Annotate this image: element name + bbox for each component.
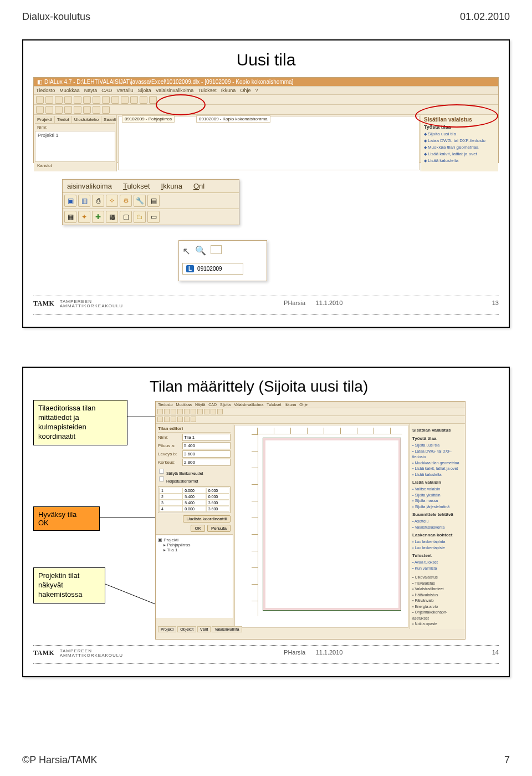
guide-link[interactable]: Päivänvalo	[412, 598, 463, 604]
guide-link[interactable]: Sijoita uusi tila	[424, 131, 495, 138]
guide-link[interactable]: Kun valmista	[412, 566, 463, 572]
toolbar-button[interactable]	[111, 96, 119, 104]
guide-link[interactable]: Sijoita massa	[412, 498, 463, 504]
toolbar-button[interactable]	[102, 96, 110, 104]
guide-link[interactable]: Lataa DWG- tai DXF-tiedosto	[424, 138, 495, 144]
menu-bar[interactable]: Tiedosto Muokkaa Näytä CAD Vertailu Sijo…	[34, 86, 498, 95]
toolbar-button[interactable]	[164, 409, 170, 414]
menu-item[interactable]: Ohje	[240, 88, 250, 93]
toolbar-button[interactable]	[164, 417, 170, 422]
toolbar-button[interactable]	[171, 417, 176, 422]
checkbox[interactable]	[159, 469, 164, 474]
toolbar-button[interactable]	[102, 106, 110, 114]
left-tab[interactable]: Saanti	[101, 116, 119, 123]
guide-link[interactable]: Muokkaa tilan geometriaa	[412, 460, 463, 466]
toolbar-button[interactable]	[64, 96, 72, 104]
toolbar-button[interactable]	[55, 106, 63, 114]
guide-link[interactable]: Lataa DWG- tai DXF-tiedosto	[412, 449, 463, 460]
cancel-button[interactable]: Peruuta	[207, 525, 231, 532]
toolbar-button[interactable]	[83, 96, 91, 104]
toolbar-button[interactable]	[64, 106, 72, 114]
ok-button[interactable]: OK	[191, 525, 205, 532]
toolbar-button[interactable]	[184, 409, 190, 414]
toolbar-button[interactable]	[74, 106, 81, 114]
guide-link[interactable]: Lisää kalusteita	[424, 158, 495, 164]
menu-item[interactable]: Ikkuna	[221, 88, 236, 93]
canvas-tab[interactable]: 09102009 - Kopio kokonaishomma	[196, 115, 270, 123]
guide-link[interactable]: Valaistustilanteet	[412, 586, 463, 592]
guide-link[interactable]: Asettelu	[412, 519, 463, 525]
guide-link[interactable]: Sijoita järjestelmänä	[412, 504, 463, 510]
menu-item[interactable]: Valaisinvalikoima	[156, 88, 193, 93]
checkbox[interactable]	[159, 476, 164, 481]
guide-link[interactable]: Sijoita yksittäin	[412, 493, 463, 499]
star-icon[interactable]: ✦	[78, 211, 90, 223]
toolbar-button[interactable]	[177, 409, 183, 414]
menu-item[interactable]: Tulokset	[267, 403, 281, 407]
guide-link[interactable]: Hätävalaistus	[412, 592, 463, 599]
toolbar-1[interactable]	[34, 95, 498, 105]
menu-item[interactable]: Sijoita	[137, 88, 151, 93]
name-input[interactable]: Tila 1	[182, 434, 231, 441]
toolbar-button[interactable]	[83, 106, 91, 114]
menu-item[interactable]: Tulokset	[198, 88, 217, 93]
menu-item[interactable]: ?	[255, 88, 258, 93]
toolbar-button[interactable]	[171, 409, 176, 414]
toolbar-button[interactable]	[36, 106, 44, 114]
wand-icon[interactable]: ✧	[106, 195, 118, 207]
toolbar-button[interactable]	[45, 96, 53, 104]
tree-root[interactable]: Projekti	[163, 537, 178, 542]
guide-link[interactable]: Energia-arvio	[412, 604, 463, 610]
left-tab[interactable]: Tiedot	[55, 116, 72, 123]
toolbar-button[interactable]	[93, 106, 100, 114]
toolbar-button[interactable]	[184, 417, 190, 422]
left-tab[interactable]: Projekti	[35, 116, 55, 123]
toolbar-button[interactable]	[204, 409, 209, 414]
plus-icon[interactable]: ✚	[92, 211, 104, 223]
menu-item[interactable]: Ohje	[299, 403, 308, 407]
toolbar-button[interactable]	[157, 409, 163, 414]
width-input[interactable]: 3.600	[182, 450, 231, 458]
toolbar-button[interactable]	[130, 96, 138, 104]
toolbar-button[interactable]: ▤	[147, 195, 160, 207]
guide-link[interactable]: Valitse valaisin	[412, 486, 463, 493]
menu-bar[interactable]: Tiedosto Muokkaa Näytä CAD Sijoita Valai…	[156, 402, 465, 408]
room-rectangle[interactable]	[263, 438, 401, 611]
guide-link[interactable]: Lisää kalusteita	[412, 472, 463, 478]
length-input[interactable]: 5.400	[182, 442, 231, 449]
cube-icon[interactable]: ▦	[64, 211, 76, 223]
guide-link[interactable]: Tievalaistus	[412, 581, 463, 587]
toolbar-button[interactable]	[211, 409, 216, 414]
menu-item[interactable]: CAD	[208, 403, 217, 407]
toolbar-button[interactable]	[36, 96, 44, 104]
gear-icon[interactable]: ⚙	[120, 195, 132, 207]
toolbar-button[interactable]	[157, 417, 163, 422]
tab[interactable]: Valaisinvalinta	[212, 626, 242, 632]
menu-item[interactable]: Muokkaa	[176, 403, 192, 407]
menu-item[interactable]: CAD	[101, 88, 112, 93]
project-tree[interactable]: Projekti 1	[35, 131, 115, 162]
coord-table[interactable]: 10.0000.000 25.4000.000 35.4003.600 40.0…	[158, 486, 231, 513]
left-tab[interactable]: Ulostuloteho	[72, 116, 101, 123]
menu-item[interactable]: Tiedosto	[158, 403, 173, 407]
toolbar[interactable]	[156, 408, 465, 416]
toolbar-button[interactable]: ▢	[120, 211, 132, 223]
guide-link[interactable]: Lisää kalvit, lattiat ja ovet	[412, 466, 463, 472]
guide-link[interactable]: Lisää kalvit, lattiat ja ovet	[424, 151, 495, 158]
editor-tab[interactable]: Tilan editori	[158, 426, 231, 433]
guide-link[interactable]: Luo laskentapiste	[412, 545, 463, 551]
toolbar-button[interactable]	[140, 96, 147, 104]
menu-item[interactable]: Muokkaa	[59, 88, 80, 93]
left-tabs[interactable]: Projekti Tiedot Ulostuloteho Saanti	[35, 116, 115, 124]
tree-item[interactable]: Projekti 1	[38, 133, 112, 138]
tree-item[interactable]: Pohjapiirros	[167, 542, 190, 547]
toolbar-button[interactable]	[93, 96, 100, 104]
toolbar[interactable]	[156, 416, 465, 424]
toolbar-button[interactable]	[191, 417, 196, 422]
menu-item[interactable]: Tiedosto	[36, 88, 55, 93]
guide-link[interactable]: Nokia opaste	[412, 621, 463, 627]
toolbar-button[interactable]	[197, 409, 203, 414]
menu-item[interactable]: Sijoita	[220, 403, 231, 407]
menu-item[interactable]: Näytä	[195, 403, 205, 407]
grid-icon[interactable]: ▩	[106, 211, 118, 223]
